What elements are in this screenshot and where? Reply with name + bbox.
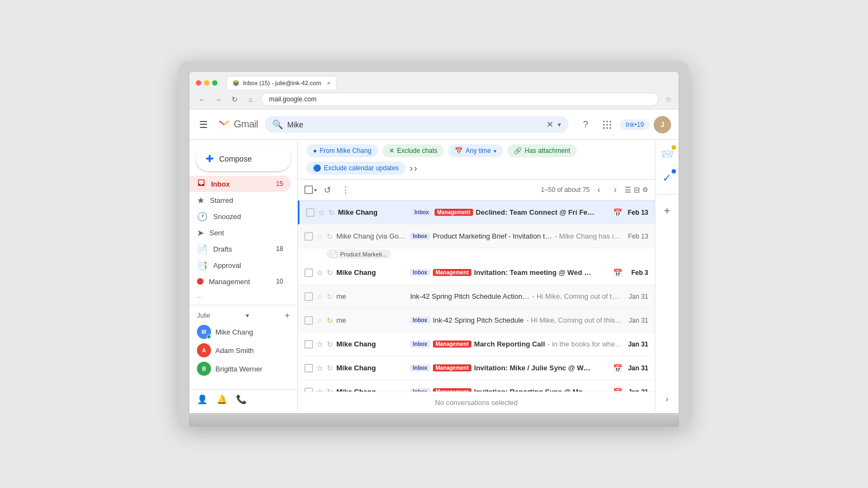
row-checkbox[interactable] [304,232,313,241]
management-badge: Management [435,209,473,216]
reload-button[interactable]: ↻ [228,93,240,105]
filter-chip-has-attachment[interactable]: 🔗 Has attachment [507,144,577,157]
filter-chip-from[interactable]: ● From Mike Chang [307,144,378,157]
sidebar-item-starred[interactable]: ★ Starred [189,192,291,208]
forward-icon[interactable]: ↻ [327,232,333,241]
sidebar-item-sent[interactable]: ➤ Sent [189,224,291,241]
attachment-chip[interactable]: 📄 Product Marketi... [326,249,391,259]
browser-tab[interactable]: Inbox (15) - julie@ink-42.com ✕ [226,76,337,89]
sidebar-item-management[interactable]: Management 10 [189,273,291,290]
email-subject: March Reporting Call [474,340,545,348]
menu-button[interactable]: ☰ [197,117,210,133]
forward-button[interactable]: → [212,93,224,105]
search-input[interactable] [288,120,542,129]
management-label: Management [209,278,271,286]
chat-person-brigitta-werner[interactable]: B Brigitta Werner [189,359,297,378]
add-addon-button[interactable]: + [658,201,677,221]
forward-icon[interactable]: ↻ [327,316,333,325]
svg-point-4 [607,124,608,125]
refresh-button[interactable]: ↺ [319,182,335,198]
filter-chip-exclude-calendar[interactable]: 🔵 Exclude calendar updates [307,162,405,175]
svg-point-8 [610,127,611,129]
start-meeting-icon[interactable]: 🔔 [216,394,227,404]
email-row[interactable]: ☆ ↻ me Ink-42 Spring Pitch Schedule Acti… [298,285,655,309]
home-button[interactable]: ⌂ [245,93,257,105]
email-row[interactable]: ☆ ↻ Mike Chang Inbox Management March Re… [298,332,655,356]
inbox-badge: Inbox [412,209,432,216]
select-all-checkbox[interactable]: ▾ [304,185,317,194]
filter-chip-any-time[interactable]: 📅 Any time ▾ [448,144,503,157]
chat-person-adam-smith[interactable]: A Adam Smith [189,341,297,359]
email-row[interactable]: ☆ ↻ Mike Chang Inbox Management Invitati… [298,261,655,285]
forward-icon[interactable]: ↻ [327,364,333,373]
start-call-icon[interactable]: 📞 [236,394,247,404]
email-row[interactable]: ☆ ↻ Mike Chang (via Goo... Inbox Product… [298,224,655,248]
tab-close-icon[interactable]: ✕ [327,80,331,86]
row-checkbox[interactable] [306,208,315,217]
fullscreen-button[interactable] [212,80,218,86]
star-icon[interactable]: ☆ [316,388,323,392]
email-row[interactable]: ☆ ↻ Mike Chang Inbox Management Invitati… [298,380,655,391]
has-attachment-icon: 🔗 [514,147,522,155]
help-button[interactable]: ? [577,116,594,133]
row-icons: 📅 [613,388,622,392]
star-icon[interactable]: ☆ [316,340,323,349]
split-view-button[interactable]: ⊟ [634,185,640,194]
view-toggle-button[interactable]: ☰ [624,185,631,194]
address-bar[interactable]: mail.google.com [261,93,659,106]
right-expand-button[interactable]: › [658,389,677,409]
star-icon[interactable]: ☆ [316,316,323,325]
row-checkbox[interactable] [304,316,313,325]
tasks-icon[interactable]: ✓ [658,168,677,188]
add-contact-icon[interactable]: 👤 [197,394,208,404]
email-row[interactable]: ☆ ↻ Mike Chang Inbox Management Declined… [298,201,655,224]
minimize-button[interactable] [204,80,209,86]
forward-icon[interactable]: ↻ [327,388,333,392]
forward-icon[interactable]: ↻ [327,268,333,277]
more-labels[interactable]: ... [189,290,297,301]
ink-badge[interactable]: Ink•19 [620,119,649,130]
chat-person-mike-chang[interactable]: M Mike Chang [189,323,297,341]
sidebar-item-snoozed[interactable]: 🕐 Snoozed [189,208,291,224]
close-button[interactable] [196,80,201,86]
forward-icon[interactable]: ↻ [328,208,335,217]
meet-icon[interactable]: 📨 [658,144,677,164]
row-checkbox[interactable] [304,340,313,349]
sidebar-item-approval[interactable]: 📑 Approval [189,257,291,273]
no-conversation-text: No conversations selected [435,399,518,407]
search-dropdown-icon[interactable]: ▾ [558,121,561,129]
prev-page-button[interactable]: ‹ [592,183,606,197]
sidebar-item-drafts[interactable]: 📄 Drafts 18 [189,241,291,257]
sidebar-item-inbox[interactable]: Inbox 15 [189,176,291,192]
email-date: Feb 3 [626,269,648,277]
compose-button[interactable]: ✚ Compose [196,146,291,171]
add-chat-button[interactable]: + [285,311,290,320]
checkbox-box[interactable] [304,185,313,194]
email-row[interactable]: ☆ ↻ me Inbox Ink-42 Spring Pitch Schedul… [298,309,655,332]
forward-icon[interactable]: ↻ [327,292,333,301]
star-icon[interactable]: ☆ [316,268,323,277]
row-checkbox[interactable] [304,364,313,373]
row-checkbox[interactable] [304,292,313,301]
search-clear-icon[interactable]: ✕ [546,119,553,130]
back-button[interactable]: ← [196,93,208,105]
next-page-button[interactable]: › [608,183,622,197]
more-options-button[interactable]: ⋮ [337,182,354,198]
apps-button[interactable] [598,116,616,133]
sender-name: Mike Chang [338,208,409,216]
bookmark-icon[interactable]: ☆ [665,95,672,104]
row-checkbox[interactable] [304,268,313,277]
star-icon[interactable]: ☆ [316,292,323,301]
checkbox-caret[interactable]: ▾ [314,187,317,193]
star-icon[interactable]: ☆ [316,364,323,373]
forward-icon[interactable]: ↻ [327,340,333,349]
avatar[interactable]: J [654,116,671,133]
star-icon[interactable]: ☆ [318,208,325,217]
row-checkbox[interactable] [304,388,313,392]
settings-icon[interactable]: ⚙ [642,186,648,194]
email-row[interactable]: ☆ ↻ Mike Chang Inbox Management Invitati… [298,356,655,380]
filter-more-button[interactable]: › › [410,163,417,174]
star-icon[interactable]: ☆ [316,232,323,241]
search-bar[interactable]: 🔍 ✕ ▾ [265,116,569,133]
filter-chip-exclude-chats[interactable]: ✕ Exclude chats [382,144,444,157]
